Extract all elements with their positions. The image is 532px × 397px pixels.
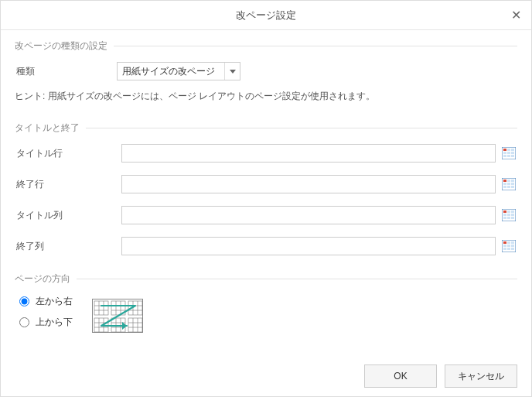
- svg-rect-27: [503, 217, 506, 219]
- direction-radios: 左から右 上から下: [15, 295, 92, 337]
- svg-rect-33: [511, 241, 514, 244]
- svg-rect-6: [511, 152, 514, 154]
- chevron-down-icon: [224, 63, 240, 80]
- type-hint-text: ヒント: 用紙サイズの改ページには、ページ レイアウトのページ設定が使用されます…: [15, 90, 517, 103]
- svg-rect-7: [503, 155, 506, 157]
- title-row-input[interactable]: [121, 144, 496, 163]
- svg-rect-31: [503, 241, 506, 244]
- title-col-picker[interactable]: [500, 207, 517, 224]
- divider: [114, 46, 517, 46]
- svg-rect-8: [507, 155, 510, 157]
- close-icon: ✕: [511, 8, 521, 22]
- radio-left-to-right-row: 左から右: [15, 295, 92, 308]
- section-type-header: 改ページの種類の設定: [15, 39, 517, 53]
- svg-rect-37: [503, 248, 506, 250]
- title-row-field: タイトル行: [15, 144, 517, 163]
- divider: [77, 279, 517, 279]
- svg-rect-5: [507, 152, 510, 154]
- section-direction-label: ページの方向: [15, 272, 70, 286]
- svg-rect-24: [503, 214, 506, 216]
- svg-rect-29: [511, 217, 514, 219]
- svg-rect-12: [507, 180, 510, 182]
- svg-rect-23: [511, 210, 514, 213]
- radio-left-to-right[interactable]: [19, 296, 29, 306]
- svg-rect-21: [503, 210, 506, 213]
- svg-rect-26: [511, 214, 514, 216]
- range-picker-icon: [502, 209, 516, 221]
- ok-button[interactable]: OK: [364, 364, 437, 388]
- type-dropdown[interactable]: 用紙サイズの改ページ: [117, 62, 240, 80]
- end-col-input[interactable]: [121, 237, 496, 255]
- direction-preview-icon: [92, 299, 143, 333]
- end-col-field: 終了列: [15, 237, 517, 255]
- svg-rect-9: [511, 155, 514, 157]
- title-row-picker[interactable]: [500, 145, 517, 162]
- radio-top-to-bottom[interactable]: [19, 317, 29, 327]
- dialog-title: 改ページ設定: [236, 9, 296, 22]
- title-col-input[interactable]: [121, 206, 496, 224]
- section-titles-label: タイトルと終了: [15, 121, 80, 135]
- range-picker-icon: [502, 178, 516, 190]
- title-col-label: タイトル列: [15, 209, 121, 222]
- end-col-label: 終了列: [15, 240, 121, 253]
- range-picker-icon: [502, 240, 516, 252]
- divider: [86, 128, 517, 128]
- svg-rect-18: [507, 186, 510, 188]
- type-dropdown-value: 用紙サイズの改ページ: [118, 65, 224, 78]
- svg-rect-14: [503, 183, 506, 185]
- section-titles-header: タイトルと終了: [15, 121, 517, 135]
- svg-rect-38: [507, 248, 510, 250]
- svg-rect-39: [511, 248, 514, 250]
- titlebar: 改ページ設定 ✕: [1, 1, 531, 30]
- svg-rect-16: [511, 183, 514, 185]
- svg-rect-25: [507, 214, 510, 216]
- close-button[interactable]: ✕: [508, 8, 523, 23]
- radio-top-to-bottom-row: 上から下: [15, 316, 92, 329]
- svg-rect-32: [507, 241, 510, 244]
- radio-top-to-bottom-label[interactable]: 上から下: [36, 316, 73, 329]
- end-row-field: 終了行: [15, 175, 517, 193]
- svg-rect-13: [511, 180, 514, 182]
- type-field-label: 種類: [15, 65, 117, 78]
- svg-rect-28: [507, 217, 510, 219]
- range-picker-icon: [502, 147, 516, 159]
- svg-rect-22: [507, 210, 510, 213]
- end-col-picker[interactable]: [500, 238, 517, 255]
- svg-rect-19: [511, 186, 514, 188]
- section-type-label: 改ページの種類の設定: [15, 39, 107, 53]
- title-row-label: タイトル行: [15, 147, 121, 160]
- page-break-settings-dialog: 改ページ設定 ✕ 改ページの種類の設定 種類 用紙サイズの改ページ ヒント: 用…: [0, 0, 532, 397]
- section-direction-header: ページの方向: [15, 272, 517, 286]
- radio-left-to-right-label[interactable]: 左から右: [36, 295, 73, 308]
- svg-rect-3: [511, 149, 514, 151]
- title-col-field: タイトル列: [15, 206, 517, 224]
- dialog-body: 改ページの種類の設定 種類 用紙サイズの改ページ ヒント: 用紙サイズの改ページ…: [1, 30, 531, 337]
- svg-rect-1: [503, 149, 506, 151]
- end-row-picker[interactable]: [500, 176, 517, 193]
- svg-rect-35: [507, 245, 510, 247]
- svg-rect-36: [511, 245, 514, 247]
- svg-rect-15: [507, 183, 510, 185]
- svg-rect-45: [128, 318, 142, 332]
- svg-rect-40: [94, 301, 108, 315]
- dialog-footer: OK キャンセル: [1, 356, 531, 396]
- end-row-label: 終了行: [15, 178, 121, 191]
- svg-rect-11: [503, 180, 506, 182]
- svg-rect-17: [503, 186, 506, 188]
- svg-rect-4: [503, 152, 506, 154]
- svg-rect-2: [507, 149, 510, 151]
- end-row-input[interactable]: [121, 175, 496, 193]
- type-row: 種類 用紙サイズの改ページ: [15, 62, 517, 80]
- svg-rect-34: [503, 245, 506, 247]
- direction-controls: 左から右 上から下: [15, 295, 517, 337]
- cancel-button[interactable]: キャンセル: [445, 364, 517, 388]
